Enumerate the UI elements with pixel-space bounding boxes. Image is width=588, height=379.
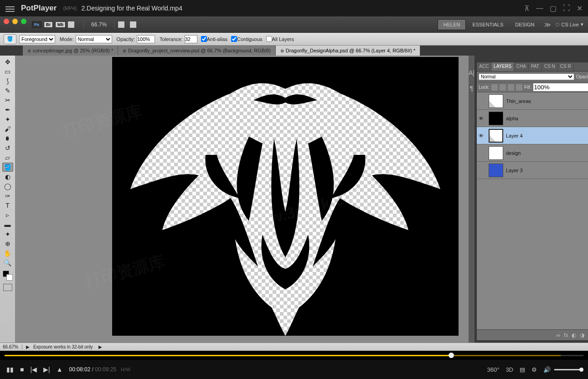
hand-tool-icon[interactable]: ✋ <box>2 249 13 258</box>
fill-source-select[interactable]: Foreground <box>19 35 55 43</box>
eject-button[interactable]: ▲ <box>57 366 63 373</box>
ps-canvas[interactable]: ⬚↘ <box>112 57 459 336</box>
lasso-tool-icon[interactable]: ⟆ <box>2 77 13 86</box>
minimize-icon[interactable]: — <box>536 4 543 13</box>
next-button[interactable]: ▶| <box>43 366 50 373</box>
paint-bucket-tool-icon[interactable]: 🪣 <box>2 163 13 172</box>
lock-pixels-icon[interactable] <box>500 84 506 91</box>
progress-thumb[interactable] <box>449 353 454 358</box>
maximize-icon[interactable]: ▢ <box>550 4 557 13</box>
panel-tab-csnews[interactable]: CS N <box>542 62 558 71</box>
close-tab-icon[interactable]: ⊗ <box>280 48 284 53</box>
zoom-tool-icon[interactable]: 🔍 <box>2 258 13 267</box>
quick-select-tool-icon[interactable]: ✎ <box>2 86 13 95</box>
panel-tab-csreview[interactable]: CS R <box>558 62 574 71</box>
layer-row[interactable]: 👁alpha <box>477 110 588 127</box>
all-layers-checkbox[interactable] <box>266 36 272 42</box>
doc-tab-1[interactable]: ⊗Dragonfly_project_overview.psd @ 66.7% … <box>118 46 276 56</box>
bridge-icon[interactable]: Br <box>44 21 53 28</box>
workspace-helen[interactable]: HELEN <box>438 19 466 30</box>
arrange-docs-icon[interactable] <box>68 21 74 28</box>
dodge-tool-icon[interactable]: ◯ <box>2 182 13 191</box>
playlist-icon[interactable]: ▤ <box>520 366 525 373</box>
panel-tab-layers[interactable]: LAYERS <box>491 62 514 71</box>
quick-mask-icon[interactable] <box>3 284 12 291</box>
type-panel-icon[interactable]: A| <box>469 69 475 77</box>
close-icon[interactable]: ✕ <box>577 4 583 13</box>
volume-slider[interactable] <box>554 369 582 370</box>
layer-row[interactable]: design <box>477 144 588 162</box>
prev-button[interactable]: |◀ <box>30 366 37 373</box>
3d-tool-icon[interactable]: ✦ <box>2 230 13 239</box>
progress-bar[interactable] <box>0 351 588 360</box>
crop-tool-icon[interactable]: ✂ <box>2 96 13 105</box>
pin-icon[interactable]: ⊼ <box>524 4 530 13</box>
link-layers-icon[interactable]: ∞ <box>557 332 561 338</box>
status-zoom[interactable]: 66.67% <box>3 344 22 349</box>
minibridge-icon[interactable]: Mb <box>55 21 66 28</box>
mask-icon[interactable]: ◐ <box>572 332 576 338</box>
workspace-design[interactable]: DESIGN <box>510 20 540 30</box>
hamburger-menu-icon[interactable] <box>5 5 15 11</box>
3d-camera-tool-icon[interactable]: ⊕ <box>2 239 13 248</box>
move-tool-icon[interactable]: ✥ <box>2 57 13 67</box>
contiguous-checkbox[interactable] <box>231 36 237 42</box>
doc-tab-2[interactable]: ⊗Dragonfly_DesignAlpha.psd @ 66.7% (Laye… <box>276 46 420 56</box>
panel-tab-paths[interactable]: PAT <box>529 62 542 71</box>
workspace-more-icon[interactable]: ≫ <box>544 21 551 28</box>
status-arrow-icon[interactable]: ▶ <box>26 344 30 349</box>
mac-window-controls[interactable] <box>4 19 26 24</box>
marquee-tool-icon[interactable]: ▭ <box>2 67 13 76</box>
settings-icon[interactable]: ⚙ <box>531 366 537 373</box>
visibility-icon[interactable]: 👁 <box>477 133 486 138</box>
brush-tool-icon[interactable]: 🖌 <box>2 124 13 133</box>
stamp-tool-icon[interactable]: ⧯ <box>2 134 13 143</box>
antialias-checkbox[interactable] <box>201 36 207 42</box>
eraser-tool-icon[interactable]: ▱ <box>2 153 13 162</box>
paint-bucket-tool-icon[interactable]: 🪣 <box>4 34 16 44</box>
zoom-level[interactable]: 66.7% <box>91 21 107 28</box>
blend-mode-select[interactable]: Normal <box>76 35 112 43</box>
stop-button[interactable]: ■ <box>20 366 24 373</box>
ps-canvas-area[interactable]: ⬚↘ 打印资源库 www.3dzyk.cn 打印资源库 <box>15 56 469 343</box>
paragraph-panel-icon[interactable]: ¶ <box>470 85 474 92</box>
panel-tab-channels[interactable]: CHA <box>514 62 529 71</box>
fx-icon[interactable]: fx <box>564 332 568 338</box>
cs-live-button[interactable]: CS Live ▾ <box>556 21 583 27</box>
layer-row[interactable]: Layer 3 <box>477 162 588 179</box>
spot-heal-tool-icon[interactable]: ✦ <box>2 115 13 124</box>
ps-app-icon[interactable]: Ps <box>32 21 41 28</box>
volume-icon[interactable]: 🔊 <box>543 366 551 373</box>
layer-row[interactable]: 👁Layer 4 <box>477 127 588 144</box>
extras-icon[interactable] <box>130 21 136 28</box>
panel-tab-actions[interactable]: ACC <box>477 62 491 71</box>
layer-row[interactable]: Thin_areas <box>477 92 588 110</box>
history-brush-tool-icon[interactable]: ↺ <box>2 143 13 153</box>
color-swatches[interactable] <box>3 271 13 281</box>
status-arrow-icon[interactable]: ▶ <box>98 344 102 349</box>
doc-tab-0[interactable]: ⊗conceptimage.jpg @ 25% (RGB/8) * <box>23 46 118 56</box>
layer-blend-select[interactable]: Normal <box>479 73 574 80</box>
blur-tool-icon[interactable]: ◐ <box>2 172 13 181</box>
adjustment-icon[interactable]: ◑ <box>580 332 584 338</box>
play-pause-button[interactable]: ▮▮ <box>6 366 14 373</box>
lock-all-icon[interactable] <box>516 84 522 91</box>
shape-tool-icon[interactable]: ▬ <box>2 220 13 229</box>
fullscreen-icon[interactable]: ⛶ <box>563 4 570 13</box>
visibility-icon[interactable]: 👁 <box>477 116 486 121</box>
workspace-essentials[interactable]: ESSENTIALS <box>467 20 509 30</box>
close-tab-icon[interactable]: ⊗ <box>123 48 126 53</box>
layer-fill-input[interactable] <box>533 83 588 92</box>
lock-transparency-icon[interactable] <box>491 84 498 91</box>
eyedropper-tool-icon[interactable]: ✒ <box>2 105 13 114</box>
pen-tool-icon[interactable]: ✑ <box>2 191 13 200</box>
screen-mode-icon[interactable] <box>118 21 124 28</box>
lock-position-icon[interactable] <box>508 84 514 91</box>
path-select-tool-icon[interactable]: ▹ <box>2 210 13 220</box>
3d-button[interactable]: 3D <box>505 366 513 373</box>
360-button[interactable]: 360° <box>487 366 499 373</box>
close-tab-icon[interactable]: ⊗ <box>27 48 31 53</box>
type-tool-icon[interactable]: T <box>2 201 13 210</box>
tolerance-input[interactable] <box>185 35 197 43</box>
opacity-input[interactable] <box>137 35 155 43</box>
